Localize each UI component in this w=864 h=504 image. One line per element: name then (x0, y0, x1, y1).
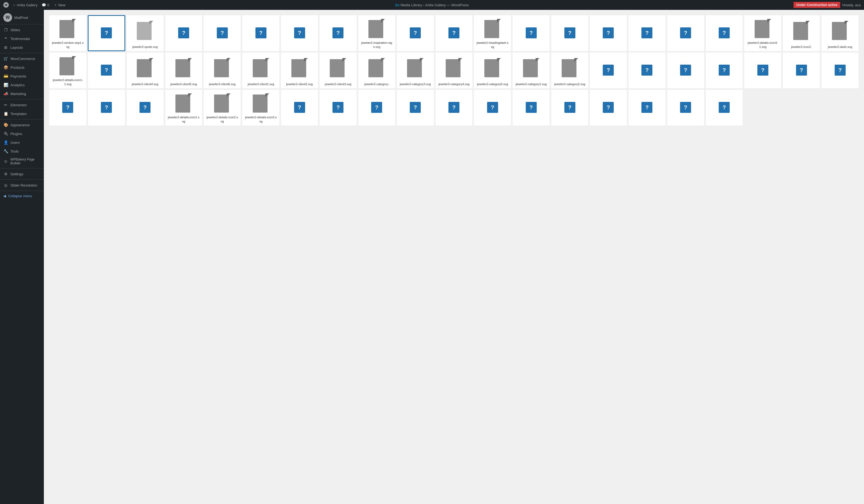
media-label: jeweler2-client2.svg (283, 82, 316, 86)
media-item[interactable]: ? (667, 52, 704, 88)
media-item[interactable]: jeweler2-category- (358, 52, 395, 88)
media-item[interactable]: ? (435, 90, 472, 125)
media-label: jeweler2-client6.svg (206, 82, 239, 86)
media-item[interactable]: jeweler2-details-icon3-1.svg (744, 15, 781, 51)
media-item[interactable]: ? (667, 15, 704, 51)
question-mark-icon: ? (757, 65, 768, 76)
media-label: jeweler2-dash.svg (824, 45, 856, 49)
media-item[interactable]: jeweler2-category5.svg (474, 52, 511, 88)
media-item[interactable]: ? (127, 90, 164, 125)
media-item[interactable]: ? (706, 90, 743, 125)
site-name-button[interactable]: ⌂ Artita Gallery (13, 3, 37, 7)
wp-logo[interactable]: W (3, 2, 9, 8)
media-item[interactable]: ? (706, 52, 743, 88)
media-item[interactable]: ? (628, 52, 665, 88)
media-item[interactable]: ? (165, 15, 202, 51)
sidebar-item-tools[interactable]: 🔧 Tools (0, 147, 44, 156)
media-item[interactable]: ? (551, 15, 588, 51)
media-item[interactable]: ? (667, 90, 704, 125)
media-item[interactable]: ? (628, 15, 665, 51)
file-icon (214, 58, 230, 77)
media-item[interactable]: ? (744, 52, 781, 88)
media-item[interactable]: jeweler2-category3.svg (397, 52, 434, 88)
sidebar-item-elementor[interactable]: ✏ Elementor (0, 100, 44, 109)
sidebar: W MailPoet ❐ Slides ❝ Testimonials ⊞ Lay… (0, 10, 44, 504)
media-item[interactable]: ? (513, 90, 550, 125)
collapse-menu-button[interactable]: ◀ Collapse menu (0, 192, 44, 200)
sidebar-item-templates[interactable]: 📋 Templates (0, 109, 44, 118)
under-construction-button[interactable]: Under Construction active (794, 2, 840, 8)
media-item[interactable]: ? (706, 15, 743, 51)
media-item[interactable]: ? (513, 15, 550, 51)
media-item[interactable]: ? (435, 15, 472, 51)
media-item[interactable]: jeweler2-quote.svg (127, 15, 164, 51)
media-item[interactable]: ? (88, 15, 125, 51)
question-mark-icon: ? (140, 102, 151, 113)
media-item[interactable]: jeweler2-client6.svg (204, 52, 241, 88)
sidebar-item-payments[interactable]: 💳 Payments (0, 72, 44, 81)
new-button[interactable]: ＋ New (54, 2, 65, 8)
sidebar-item-slides[interactable]: ❐ Slides (0, 25, 44, 34)
layouts-icon: ⊞ (3, 45, 8, 50)
sidebar-item-plugins[interactable]: 🔌 Plugins (0, 129, 44, 138)
media-item[interactable]: jeweler2-client4.svg (127, 52, 164, 88)
media-item[interactable]: jeweler2-section-sep1.svg (49, 15, 86, 51)
media-item[interactable]: jeweler2-details-icon3.svg (242, 90, 279, 125)
sidebar-item-marketing[interactable]: 📣 Marketing (0, 89, 44, 98)
media-item[interactable]: ? (783, 52, 820, 88)
media-item[interactable]: ? (49, 90, 86, 125)
media-item[interactable]: ? (281, 90, 318, 125)
media-item[interactable]: jeweler2-client5.svg (165, 52, 202, 88)
media-item[interactable]: jeweler2-headingdash.svg (474, 15, 511, 51)
sidebar-item-products[interactable]: 📦 Products (0, 63, 44, 72)
media-item[interactable]: ? (628, 90, 665, 125)
media-item[interactable]: ? (320, 15, 357, 51)
media-item[interactable]: ? (590, 90, 627, 125)
media-item[interactable]: ? (397, 15, 434, 51)
media-item[interactable]: jeweler2-client1.svg (242, 52, 279, 88)
media-item[interactable]: jeweler2-category4.svg (435, 52, 472, 88)
media-item[interactable]: jeweler2-client2.svg (281, 52, 318, 88)
sidebar-item-woocommerce[interactable]: 🛒 WooCommerce (0, 54, 44, 63)
media-item[interactable]: jeweler2-details-icon1.svg (165, 90, 202, 125)
sidebar-item-testimonials[interactable]: ❝ Testimonials (0, 34, 44, 43)
media-item[interactable]: ? (320, 90, 357, 125)
media-item[interactable]: ? (590, 15, 627, 51)
sidebar-item-layouts[interactable]: ⊞ Layouts (0, 43, 44, 52)
slider-revolution-icon: ◎ (3, 183, 8, 188)
sidebar-item-users[interactable]: 👤 Users (0, 138, 44, 147)
media-item[interactable]: ? (551, 90, 588, 125)
media-item[interactable]: jeweler2-inspiration-sign.svg (358, 15, 395, 51)
comments-button[interactable]: 💬 0 (42, 3, 49, 7)
media-item[interactable]: ? (88, 52, 125, 88)
media-item[interactable]: ? (590, 52, 627, 88)
media-item[interactable]: ? (204, 15, 241, 51)
media-item[interactable]: jeweler2-details-icon2.svg (204, 90, 241, 125)
question-mark-icon: ? (101, 102, 112, 113)
media-item[interactable]: ? (397, 90, 434, 125)
sidebar-item-wpbakery[interactable]: ⊙ WPBakery Page Builder (0, 156, 44, 167)
media-thumbnail (129, 55, 161, 80)
question-mark-icon: ? (101, 65, 112, 76)
media-item[interactable]: ? (821, 52, 859, 88)
sidebar-item-slider-revolution[interactable]: ◎ Slider Revolution (0, 181, 44, 189)
sidebar-item-settings[interactable]: ⚙ Settings (0, 170, 44, 178)
media-item[interactable]: jeweler2-client3.svg (320, 52, 357, 88)
plugins-icon: 🔌 (3, 131, 8, 136)
file-icon (253, 94, 269, 113)
media-item[interactable]: ? (88, 90, 125, 125)
media-item[interactable]: ? (242, 15, 279, 51)
media-item[interactable]: jeweler2-details-icon1-1.svg (49, 52, 86, 88)
mailpoet-label[interactable]: MailPoet (14, 16, 28, 20)
media-item[interactable]: jeweler2-icon2- (783, 15, 820, 51)
media-item[interactable]: ? (474, 90, 511, 125)
media-item[interactable]: jeweler2-category1.svg (513, 52, 550, 88)
sidebar-item-analytics[interactable]: 📊 Analytics (0, 81, 44, 89)
media-item[interactable]: ? (281, 15, 318, 51)
media-item[interactable]: jeweler2-dash.svg (821, 15, 859, 51)
media-item[interactable]: jeweler2-category2.svg (551, 52, 588, 88)
question-mark-icon: ? (719, 27, 730, 38)
media-thumbnail (283, 55, 316, 80)
media-item[interactable]: ? (358, 90, 395, 125)
sidebar-item-appearance[interactable]: 🎨 Appearance (0, 121, 44, 129)
